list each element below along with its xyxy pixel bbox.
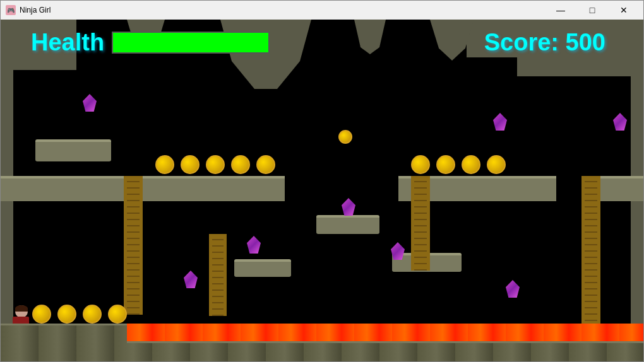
game-area[interactable]: Health Score: 500 bbox=[1, 20, 643, 361]
platform-main-left bbox=[1, 176, 285, 201]
minimize-button[interactable]: — bbox=[546, 1, 575, 20]
title-icon: 🎮 bbox=[6, 5, 16, 15]
coin-10 bbox=[32, 305, 51, 324]
platform-small-left bbox=[35, 139, 111, 161]
gem-3 bbox=[613, 113, 627, 131]
coin-12 bbox=[83, 305, 102, 324]
ninja-hair bbox=[15, 305, 28, 312]
floating-coin bbox=[338, 130, 352, 144]
gem-6 bbox=[247, 236, 261, 254]
stalactite-left2 bbox=[127, 20, 165, 51]
ladder-mid-right bbox=[411, 176, 430, 271]
stalactite-right2 bbox=[506, 20, 537, 48]
gem-7 bbox=[184, 271, 198, 288]
gem-2 bbox=[493, 113, 507, 131]
platform-mid-bottom-left bbox=[234, 259, 291, 277]
stalactite-center bbox=[209, 20, 323, 89]
coin-6 bbox=[411, 155, 430, 174]
ladder-mid-small bbox=[209, 234, 227, 316]
coin-13 bbox=[108, 305, 127, 324]
cave-rock-left bbox=[1, 20, 76, 70]
ground-left-section bbox=[1, 324, 127, 361]
coin-1 bbox=[155, 155, 174, 174]
stalactite-mid bbox=[354, 20, 386, 54]
coin-3 bbox=[206, 155, 225, 174]
coin-8 bbox=[462, 155, 480, 174]
coin-9 bbox=[487, 155, 506, 174]
coin-7 bbox=[436, 155, 455, 174]
gem-1 bbox=[83, 94, 97, 112]
close-button[interactable]: ✕ bbox=[609, 1, 638, 20]
window-title: Ninja Girl bbox=[20, 6, 542, 15]
maximize-button[interactable]: □ bbox=[578, 1, 607, 20]
coin-5 bbox=[256, 155, 275, 174]
gem-5 bbox=[391, 242, 405, 260]
lava bbox=[127, 324, 643, 341]
coin-2 bbox=[181, 155, 200, 174]
titlebar: 🎮 Ninja Girl — □ ✕ bbox=[1, 1, 643, 20]
coin-11 bbox=[57, 305, 76, 324]
gem-4 bbox=[342, 198, 355, 216]
ladder-left bbox=[124, 176, 143, 315]
coin-4 bbox=[231, 155, 250, 174]
game-window: 🎮 Ninja Girl — □ ✕ Health Score: 500 bbox=[0, 0, 644, 362]
window-controls: — □ ✕ bbox=[546, 1, 638, 20]
platform-mid-top bbox=[316, 215, 379, 234]
gem-8 bbox=[506, 280, 520, 298]
cave-ceiling bbox=[1, 20, 643, 83]
